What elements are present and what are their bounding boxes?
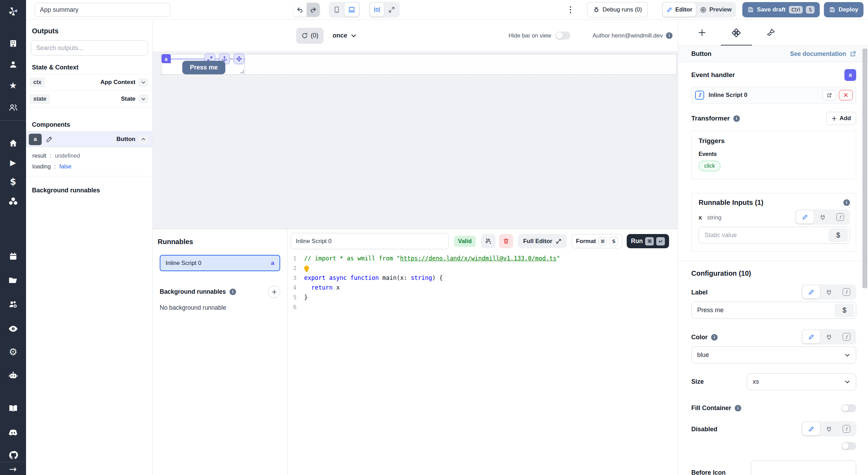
windmill-logo-icon[interactable] bbox=[8, 6, 18, 17]
run-button[interactable]: Run ⌘ ↵ bbox=[627, 234, 669, 248]
discord-icon[interactable] bbox=[8, 428, 18, 438]
tab-insert-component[interactable] bbox=[696, 20, 708, 45]
size-field: Size xs bbox=[691, 373, 856, 390]
pencil-icon bbox=[808, 426, 815, 432]
fill-container-info-icon[interactable] bbox=[735, 405, 741, 411]
full-editor-button[interactable]: Full Editor bbox=[518, 234, 567, 248]
full-width-button[interactable] bbox=[385, 3, 399, 17]
connect-mode-button[interactable] bbox=[820, 422, 838, 435]
center-content-button[interactable] bbox=[370, 3, 384, 17]
user-icon[interactable] bbox=[9, 60, 18, 69]
attached-script-row[interactable]: f Inline Script 0 bbox=[691, 87, 856, 103]
static-value-input[interactable] bbox=[699, 232, 828, 239]
connect-mode-button[interactable] bbox=[820, 330, 838, 343]
debug-runs-button[interactable]: Debug runs (0) bbox=[587, 2, 648, 17]
main-area: Debug runs (0) Editor Preview Save draft… bbox=[26, 0, 868, 475]
ctx-row[interactable]: ctx App Context bbox=[26, 74, 152, 91]
github-icon[interactable] bbox=[8, 450, 18, 460]
panel-scrollbar-thumb[interactable] bbox=[862, 49, 867, 288]
state-row[interactable]: state State bbox=[26, 91, 152, 107]
ctx-expand-button[interactable] bbox=[139, 78, 148, 87]
disabled-toggle[interactable] bbox=[841, 442, 856, 450]
detach-script-button[interactable] bbox=[839, 90, 853, 100]
eval-mode-button[interactable]: f bbox=[831, 210, 849, 224]
groups-icon[interactable] bbox=[8, 103, 18, 112]
home-icon[interactable] bbox=[9, 139, 18, 148]
rename-pencil-icon[interactable] bbox=[46, 136, 52, 143]
static-mode-button[interactable] bbox=[802, 330, 820, 343]
editor-tab[interactable]: Editor bbox=[663, 3, 696, 17]
connect-mode-button[interactable] bbox=[814, 210, 832, 224]
template-dollar-button[interactable]: $ bbox=[828, 228, 848, 242]
move-component-button[interactable] bbox=[234, 53, 244, 64]
workers-icon[interactable] bbox=[8, 300, 18, 309]
search-outputs-input[interactable] bbox=[31, 40, 148, 56]
open-script-button[interactable] bbox=[822, 90, 836, 100]
template-dollar-button[interactable]: $ bbox=[835, 303, 854, 317]
collapse-arrow-icon[interactable]: → bbox=[9, 464, 17, 474]
static-mode-button[interactable] bbox=[802, 422, 820, 435]
code-lines[interactable]: 1// import * as wmill from "https://deno… bbox=[287, 249, 678, 475]
schedules-calendar-icon[interactable] bbox=[9, 252, 18, 261]
author-info-icon[interactable] bbox=[666, 32, 673, 39]
static-mode-button[interactable] bbox=[796, 210, 814, 224]
static-mode-button[interactable] bbox=[802, 285, 820, 299]
deploy-button[interactable]: Deploy bbox=[824, 2, 863, 17]
workspace-icon[interactable] bbox=[9, 39, 17, 48]
refresh-button[interactable]: (0) bbox=[296, 28, 324, 44]
save-draft-button[interactable]: Save draft Ctrl S bbox=[742, 2, 820, 17]
script-name-input[interactable] bbox=[291, 233, 449, 249]
mobile-view-button[interactable] bbox=[330, 3, 344, 17]
hide-bar-toggle[interactable] bbox=[556, 32, 570, 40]
ai-assistant-button[interactable] bbox=[481, 234, 495, 248]
delete-script-button[interactable] bbox=[499, 234, 513, 248]
tab-styling[interactable] bbox=[765, 20, 777, 45]
resources-cubes-icon[interactable] bbox=[8, 197, 18, 206]
resize-handle[interactable] bbox=[240, 70, 244, 73]
app-canvas[interactable]: a Press me bbox=[153, 51, 678, 229]
loading-kv[interactable]: loading : false bbox=[32, 161, 152, 172]
component-a-row[interactable]: a Button bbox=[26, 131, 152, 147]
size-select[interactable]: xs bbox=[747, 373, 856, 390]
runnable-item-selected[interactable]: Inline Script 0 a bbox=[160, 255, 280, 271]
redo-button[interactable] bbox=[307, 3, 320, 17]
background-info-icon[interactable] bbox=[229, 289, 236, 295]
connect-mode-button[interactable] bbox=[820, 285, 838, 299]
color-info-icon[interactable] bbox=[711, 334, 718, 341]
component-collapse-button[interactable] bbox=[139, 135, 148, 144]
color-select[interactable]: blue bbox=[691, 347, 856, 364]
docs-book-icon[interactable] bbox=[8, 403, 18, 413]
loading-value: false bbox=[59, 163, 72, 170]
add-background-runnable-button[interactable] bbox=[268, 286, 280, 298]
variables-dollar-icon[interactable]: $ bbox=[10, 176, 16, 187]
see-documentation-link[interactable]: See documentation bbox=[790, 50, 856, 58]
eval-mode-button[interactable]: f bbox=[837, 285, 855, 299]
settings-gear-icon[interactable]: ⚙ bbox=[9, 346, 17, 358]
selected-component[interactable]: a Press me bbox=[162, 59, 245, 75]
runs-play-icon[interactable]: ▶ bbox=[10, 158, 16, 167]
preview-tab[interactable]: Preview bbox=[696, 3, 735, 17]
state-expand-button[interactable] bbox=[139, 94, 148, 103]
canvas-grid-row[interactable]: a Press me bbox=[160, 54, 677, 75]
run-mode-select[interactable]: once bbox=[333, 32, 357, 39]
audit-eye-icon[interactable] bbox=[8, 324, 18, 334]
favorites-star-icon[interactable]: ★ bbox=[9, 80, 17, 91]
tab-component-settings[interactable] bbox=[730, 20, 742, 45]
press-me-button[interactable]: Press me bbox=[182, 61, 225, 74]
desktop-view-button[interactable] bbox=[344, 3, 359, 17]
more-menu-button[interactable] bbox=[568, 4, 573, 15]
before-icon-select[interactable] bbox=[751, 460, 856, 475]
app-summary-input[interactable] bbox=[35, 3, 170, 17]
folders-icon[interactable] bbox=[8, 276, 18, 285]
fill-container-toggle[interactable] bbox=[841, 404, 856, 412]
eval-mode-button[interactable]: f bbox=[837, 422, 855, 435]
runnable-inputs-info-icon[interactable] bbox=[843, 199, 850, 206]
result-kv[interactable]: result : undefined bbox=[32, 150, 152, 161]
eval-mode-button[interactable]: f bbox=[837, 330, 855, 343]
label-value-input[interactable] bbox=[692, 307, 835, 314]
transformer-info-icon[interactable] bbox=[733, 115, 740, 122]
format-button[interactable]: Format ⌘ S bbox=[571, 234, 623, 248]
undo-button[interactable] bbox=[293, 3, 307, 17]
ai-robot-icon[interactable] bbox=[8, 370, 18, 380]
add-transformer-button[interactable]: Add bbox=[826, 112, 856, 125]
